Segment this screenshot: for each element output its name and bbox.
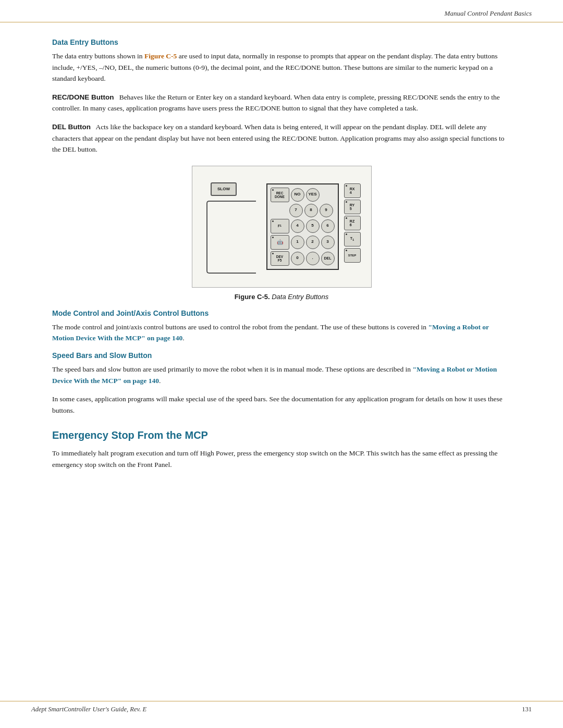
keypad-row-5: DEVF5 0 . DEL — [271, 251, 335, 266]
key-5: 5 — [306, 219, 320, 233]
mode-control-link[interactable]: "Moving a Robot or Motion Device With th… — [52, 323, 489, 342]
keypad-row-1: RECDONE NO YES — [271, 188, 335, 202]
key-9: 9 — [320, 204, 333, 217]
emergency-stop-paragraph: To immediately halt program execution an… — [52, 448, 511, 470]
arm-key: 🤖 — [271, 235, 289, 250]
speed-bars-heading: Speed Bars and Slow Button — [52, 351, 511, 360]
t1-key: T1 — [344, 232, 361, 246]
rec-done-key: RECDONE — [271, 188, 289, 202]
key-2: 2 — [306, 236, 320, 249]
del-term: DEL Button — [52, 123, 91, 131]
key-dot-rx — [346, 185, 347, 187]
key-dot — [272, 189, 274, 191]
del-paragraph: DEL Button Acts like the backspace key o… — [52, 121, 511, 155]
figure-caption-bold: Figure C-5. — [235, 293, 272, 301]
slow-button: SLOW — [211, 182, 237, 196]
data-entry-heading: Data Entry Buttons — [52, 38, 511, 46]
step-key: STEP — [344, 248, 361, 263]
keypad-row-3: F1 4 5 6 — [271, 219, 335, 233]
key-dot-rz — [346, 217, 347, 219]
t1-label: T1 — [350, 237, 354, 241]
figure-box: SLOW RECDONE NO YES — [192, 166, 372, 288]
footer-left: Adept SmartController User's Guide, Rev.… — [31, 706, 146, 713]
keypad-area: RECDONE NO YES 7 8 9 F1 — [266, 183, 361, 270]
keypad-row-4: 🤖 1 2 3 — [271, 235, 335, 250]
f1-key: F1 — [271, 219, 289, 233]
key-dot-t1 — [346, 233, 347, 235]
del-key: DEL — [321, 252, 335, 265]
speed-bars-link[interactable]: "Moving a Robot or Motion Device With th… — [52, 365, 497, 385]
key-dot-dev — [272, 253, 274, 254]
figure-caption-text: Data Entry Buttons — [272, 293, 328, 301]
rz6-key: RZ6 — [344, 216, 361, 230]
rec-done-paragraph: REC/DONE Button Behaves like the Return … — [52, 92, 511, 114]
key-4: 4 — [291, 219, 304, 233]
key-3: 3 — [321, 236, 335, 249]
dev-f5-key: DEVF5 — [271, 251, 289, 266]
key-7: 7 — [289, 204, 303, 217]
right-function-keys: RX4 RY5 RZ6 T1 STEP — [344, 183, 361, 270]
data-entry-paragraph: The data entry buttons shown in Figure C… — [52, 51, 511, 84]
key-0: 0 — [291, 252, 304, 265]
main-content: Data Entry Buttons The data entry button… — [0, 22, 563, 499]
page-footer: Adept SmartController User's Guide, Rev.… — [0, 701, 563, 718]
rec-done-term: REC/DONE Button — [52, 93, 114, 101]
key-dot-f1 — [272, 220, 274, 222]
key-8: 8 — [304, 204, 318, 217]
figure-left-panel: SLOW — [203, 175, 260, 279]
page-header: Manual Control Pendant Basics — [0, 0, 563, 22]
bracket-left — [206, 201, 252, 274]
bracket-right — [251, 201, 256, 274]
key-dot-num: . — [306, 252, 320, 265]
key-dot-arm — [272, 237, 274, 238]
yes-key: YES — [306, 188, 320, 202]
keypad-row-2: 7 8 9 — [289, 204, 335, 217]
header-title: Manual Control Pendant Basics — [445, 9, 532, 18]
key-dot-step — [346, 250, 347, 251]
key-dot-ry — [346, 201, 347, 203]
speed-bars-paragraph-2: In some cases, application programs will… — [52, 393, 511, 416]
speed-bars-paragraph-1: The speed bars and slow button are used … — [52, 364, 511, 386]
footer-page-number: 131 — [522, 706, 532, 713]
step-label: STEP — [348, 254, 357, 257]
key-6: 6 — [321, 219, 335, 233]
rx4-label: RX4 — [350, 187, 355, 194]
no-key: NO — [291, 188, 304, 202]
rz6-label: RZ6 — [350, 219, 354, 227]
rx4-key: RX4 — [344, 183, 361, 198]
pendant-outline: SLOW — [206, 177, 256, 276]
ry5-key: RY5 — [344, 200, 361, 214]
page-container: Manual Control Pendant Basics Data Entry… — [0, 0, 563, 728]
figure-c5-link[interactable]: Figure C-5 — [144, 52, 177, 60]
mode-control-paragraph: The mode control and joint/axis control … — [52, 322, 511, 344]
emergency-stop-heading: Emergency Stop From the MCP — [52, 429, 511, 441]
mode-control-heading: Mode Control and Joint/Axis Control Butt… — [52, 309, 511, 317]
figure-caption: Figure C-5. Data Entry Buttons — [235, 293, 329, 301]
key-1: 1 — [291, 236, 304, 249]
ry5-label: RY5 — [350, 203, 354, 211]
main-keypad: RECDONE NO YES 7 8 9 F1 — [266, 183, 339, 270]
figure-container: SLOW RECDONE NO YES — [52, 166, 511, 301]
